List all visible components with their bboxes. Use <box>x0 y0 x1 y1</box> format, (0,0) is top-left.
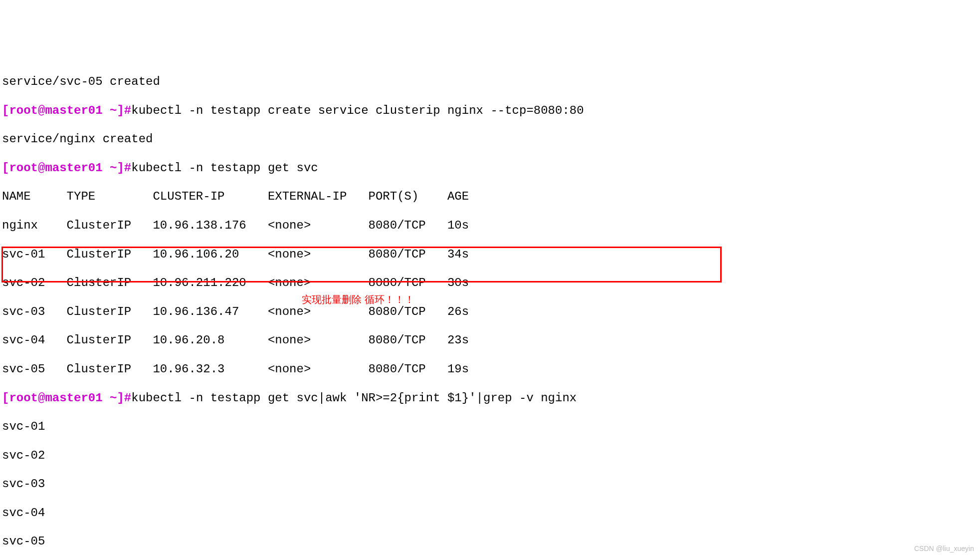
table-row: svc-02 ClusterIP 10.96.211.220 <none> 80… <box>2 276 978 290</box>
table-row: svc-03 ClusterIP 10.96.136.47 <none> 808… <box>2 305 978 319</box>
terminal-output: service/svc-05 created [root@master01 ~]… <box>0 57 980 556</box>
list-item: svc-01 <box>2 420 978 434</box>
annotation-text: 实现批量删除 循环！！！ <box>302 293 414 305</box>
prompt: [root@master01 ~]# <box>2 391 131 405</box>
output-line: service/svc-05 created <box>2 75 978 89</box>
table-row: svc-05 ClusterIP 10.96.32.3 <none> 8080/… <box>2 362 978 377</box>
output-line: service/nginx created <box>2 132 978 147</box>
table-header: NAME TYPE CLUSTER-IP EXTERNAL-IP PORT(S)… <box>2 190 978 204</box>
list-item: svc-03 <box>2 477 978 492</box>
list-item: svc-04 <box>2 506 978 521</box>
table-row: nginx ClusterIP 10.96.138.176 <none> 808… <box>2 219 978 233</box>
command-input[interactable]: kubectl -n testapp create service cluste… <box>131 104 584 117</box>
table-row: svc-01 ClusterIP 10.96.106.20 <none> 808… <box>2 248 978 262</box>
watermark-text: CSDN @liu_xueyin <box>914 545 974 553</box>
command-input[interactable]: kubectl -n testapp get svc <box>131 161 318 175</box>
table-row: svc-04 ClusterIP 10.96.20.8 <none> 8080/… <box>2 333 978 348</box>
list-item: svc-05 <box>2 535 978 549</box>
command-input[interactable]: kubectl -n testapp get svc|awk 'NR>=2{pr… <box>131 391 577 405</box>
prompt: [root@master01 ~]# <box>2 104 131 117</box>
prompt: [root@master01 ~]# <box>2 161 131 175</box>
list-item: svc-02 <box>2 449 978 463</box>
